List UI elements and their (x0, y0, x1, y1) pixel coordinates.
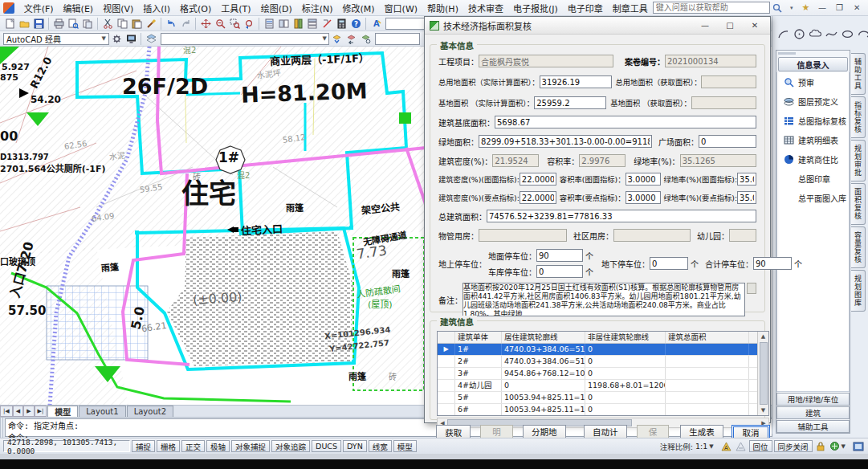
menu-item[interactable]: 插入(I) (138, 0, 175, 16)
autoscale-icon[interactable] (735, 441, 748, 452)
far-input[interactable] (579, 154, 626, 167)
table-row[interactable]: 4#幼儿园 0 1198.68+8.01=1206.69 (438, 380, 768, 392)
sync-off-button[interactable]: 同步关闭 (774, 440, 813, 452)
case-number-input[interactable] (665, 55, 756, 67)
prev-tab-icon[interactable]: ◀ (13, 406, 23, 417)
status-menu-caret-icon[interactable]: ▼ (842, 443, 846, 450)
tab-model[interactable]: 模型 (47, 406, 78, 417)
table-row[interactable]: 3# 9454.86+768.12=10222.98 0 (438, 368, 768, 380)
circle-tool-icon[interactable] (791, 26, 807, 42)
palette-grip[interactable] (776, 51, 850, 56)
status-toggle-button[interactable]: 对象追踪 (271, 440, 310, 452)
window-close-button[interactable]: ✕ (849, 2, 865, 14)
match-properties-icon[interactable] (144, 17, 158, 31)
first-tab-icon[interactable]: |◀ (0, 406, 13, 417)
copy-icon[interactable] (115, 17, 129, 31)
sheet-set-manager-icon[interactable] (305, 17, 320, 31)
workspace-select[interactable]: AutoCAD 经典 ▼ (3, 33, 109, 45)
reset-position-button[interactable]: 回位 (749, 440, 772, 452)
side-tab[interactable]: 容量复核 (851, 226, 866, 268)
help-search-input[interactable] (653, 2, 771, 14)
design-center-icon[interactable] (276, 17, 291, 31)
status-toggle-button[interactable]: 对象捕捉 (231, 440, 270, 452)
status-toggle-button[interactable]: 正交 (181, 440, 205, 452)
remark-textarea[interactable]: 基地面积按2020年12月25日国土红线有效面积(S1)核算。根据总图轮廓核算物… (463, 283, 745, 316)
green-plan-input[interactable] (737, 173, 756, 186)
far-plan-input[interactable] (626, 173, 661, 186)
next-tab-icon[interactable]: ▶ (23, 406, 34, 417)
table-vertical-scrollbar[interactable]: ▲ ▼ (757, 332, 768, 415)
menu-item[interactable]: 标注(N) (297, 0, 338, 16)
status-toggle-button[interactable]: DYN (343, 440, 367, 452)
total-land-calc-input[interactable] (540, 75, 612, 88)
density-key-input[interactable] (520, 191, 556, 204)
panel-button-building[interactable]: 建筑 (776, 406, 850, 419)
side-tab[interactable]: 指标复核 (851, 96, 866, 138)
project-name-input[interactable] (479, 55, 613, 67)
palette-item-site-plan-archive[interactable]: 总平面图入库 (776, 188, 850, 207)
layer-previous-icon[interactable] (344, 32, 358, 46)
zoom-realtime-icon[interactable] (213, 17, 227, 31)
total-land-get-input[interactable] (701, 75, 756, 88)
palette-item-presubmit-review[interactable]: 预审 (776, 72, 850, 92)
annotation-scale-value[interactable]: 1:1 (695, 442, 707, 451)
quick-calc-icon[interactable] (334, 17, 348, 31)
scroll-down-icon[interactable]: ▼ (761, 406, 765, 415)
menu-item[interactable]: 视图(V) (98, 0, 138, 16)
side-tab[interactable]: 规划审批 (851, 140, 866, 181)
palette-item-master-plan-indicator-review[interactable]: 总图指标复核 (776, 111, 850, 130)
clean-screen-icon[interactable] (852, 441, 865, 452)
window-minimize-button[interactable]: — (814, 2, 830, 14)
status-toggle-button[interactable]: DUCS (312, 440, 341, 452)
color-control-select[interactable] (375, 33, 420, 45)
total-parking-input[interactable] (753, 257, 792, 270)
annotation-visibility-icon[interactable]: A (720, 441, 733, 452)
plot-preview-icon[interactable] (66, 17, 80, 31)
menu-item[interactable]: 技术审查 (463, 0, 508, 16)
tool-palettes-icon[interactable] (291, 17, 305, 31)
menu-item[interactable]: 工具(T) (216, 0, 255, 16)
side-tab[interactable]: 规划图库 (851, 270, 866, 312)
green-key-input[interactable] (737, 191, 756, 204)
search-icon[interactable] (770, 2, 784, 14)
density-plan-input[interactable] (520, 173, 556, 186)
undo-icon[interactable] (164, 17, 178, 31)
open-file-icon[interactable] (17, 17, 31, 31)
favorites-star-icon[interactable]: ★ (799, 2, 813, 14)
ellipse-arc-tool-icon[interactable] (855, 26, 868, 42)
menu-item[interactable]: 电子印章 (563, 0, 608, 16)
dialog-title-bar[interactable]: 技术经济指标面积复核 — □ ✕ (425, 17, 770, 35)
ellipse-tool-icon[interactable] (839, 26, 855, 42)
dialog-maximize-button[interactable]: □ (719, 18, 740, 32)
table-row[interactable]: 5# 10053.94+825.11=10879.05 0 (438, 392, 768, 404)
menu-item[interactable]: 窗口(W) (380, 0, 422, 16)
menu-item[interactable]: 格式(O) (175, 0, 216, 16)
tab-layout1[interactable]: Layout1 (79, 406, 125, 417)
table-row[interactable]: ▶ 1# 4740.03+384.06=5124.09 0 (438, 344, 768, 356)
property-room-input[interactable] (479, 229, 567, 242)
menu-item[interactable]: 帮助(H) (422, 0, 463, 16)
zoom-window-icon[interactable] (227, 17, 242, 31)
ground-parking-input[interactable] (536, 249, 583, 262)
community-room-input[interactable] (613, 229, 691, 242)
help-icon[interactable]: ? (348, 17, 363, 31)
dialog-close-button[interactable]: ✕ (744, 18, 765, 32)
remark-expand-button[interactable] (747, 283, 756, 294)
plot-icon[interactable] (51, 17, 66, 31)
status-toggle-button[interactable]: 线宽 (369, 440, 392, 452)
tab-layout2[interactable]: Layout2 (127, 406, 173, 417)
palette-item-layer-predefine[interactable]: 图层预定义 (776, 92, 850, 111)
palette-item-building-detail-table[interactable]: 建筑明细表 (776, 130, 850, 149)
green-area-input[interactable] (479, 135, 652, 148)
kindergarten-input[interactable] (729, 229, 756, 242)
status-toggle-button[interactable]: 捕捉 (132, 440, 155, 452)
density-input[interactable] (492, 154, 539, 167)
last-tab-icon[interactable]: ▶| (35, 406, 47, 417)
base-area-calc-input[interactable] (534, 96, 606, 109)
dropdown-caret-icon[interactable]: ▾ (784, 2, 799, 14)
paste-icon[interactable] (129, 17, 144, 31)
underground-parking-input[interactable] (650, 257, 688, 270)
performance-tuner-icon[interactable] (829, 441, 842, 452)
dialog-minimize-button[interactable]: — (695, 18, 715, 32)
garage-parking-input[interactable] (536, 265, 583, 278)
